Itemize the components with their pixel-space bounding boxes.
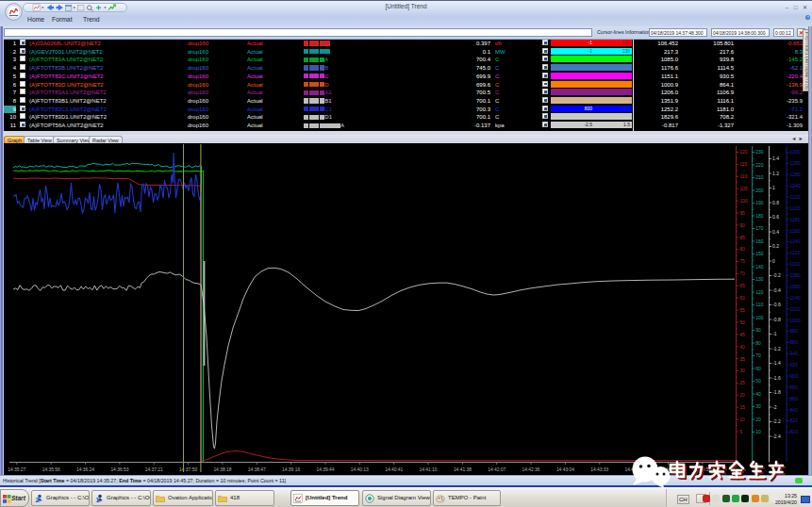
svg-text:800: 800 bbox=[790, 429, 799, 434]
svg-text:35: 35 bbox=[739, 356, 745, 362]
svg-text:10: 10 bbox=[739, 417, 745, 422]
svg-text:14:36:24: 14:36:24 bbox=[76, 467, 94, 472]
svg-text:45: 45 bbox=[739, 332, 745, 337]
svg-text:30: 30 bbox=[739, 368, 745, 373]
svg-text:1020: 1020 bbox=[790, 306, 801, 312]
svg-text:14:43:33: 14:43:33 bbox=[590, 467, 608, 472]
svg-text:14:41:38: 14:41:38 bbox=[454, 467, 472, 472]
svg-text:1240: 1240 bbox=[790, 183, 801, 188]
svg-text:1060: 1060 bbox=[790, 284, 801, 289]
svg-text:900: 900 bbox=[790, 373, 799, 379]
svg-text:0: 0 bbox=[772, 258, 775, 264]
svg-text:150: 150 bbox=[755, 251, 764, 256]
svg-text:110: 110 bbox=[739, 173, 747, 179]
svg-text:120: 120 bbox=[739, 149, 748, 155]
svg-text:14:42:07: 14:42:07 bbox=[488, 467, 505, 472]
svg-text:1160: 1160 bbox=[790, 228, 801, 234]
svg-text:940: 940 bbox=[790, 351, 799, 356]
svg-text:100: 100 bbox=[739, 198, 748, 204]
svg-text:880: 880 bbox=[790, 384, 799, 390]
svg-text:-1.8: -1.8 bbox=[772, 389, 781, 395]
svg-text:-0.4: -0.4 bbox=[772, 287, 781, 293]
svg-text:1: 1 bbox=[772, 185, 775, 190]
svg-text:1300: 1300 bbox=[790, 149, 801, 155]
svg-text:65: 65 bbox=[739, 283, 745, 288]
svg-text:160: 160 bbox=[755, 238, 764, 244]
svg-text:230: 230 bbox=[755, 149, 764, 155]
svg-text:180: 180 bbox=[755, 213, 764, 219]
svg-text:14:37:21: 14:37:21 bbox=[145, 467, 163, 472]
svg-text:14:40:13: 14:40:13 bbox=[351, 467, 369, 472]
svg-text:90: 90 bbox=[755, 327, 761, 333]
svg-text:200: 200 bbox=[755, 188, 764, 193]
svg-text:20: 20 bbox=[755, 417, 761, 422]
svg-text:80: 80 bbox=[755, 340, 761, 346]
svg-text:1.2: 1.2 bbox=[772, 171, 779, 176]
svg-text:1280: 1280 bbox=[790, 160, 801, 166]
svg-text:50: 50 bbox=[739, 319, 745, 325]
svg-text:50: 50 bbox=[755, 378, 761, 384]
svg-text:55: 55 bbox=[739, 307, 745, 313]
svg-text:820: 820 bbox=[790, 417, 799, 423]
svg-text:5: 5 bbox=[739, 429, 742, 434]
svg-text:-1: -1 bbox=[772, 331, 777, 336]
svg-text:980: 980 bbox=[790, 328, 799, 334]
svg-text:20: 20 bbox=[739, 392, 745, 398]
svg-text:14:36:53: 14:36:53 bbox=[110, 467, 128, 472]
svg-text:105: 105 bbox=[739, 186, 748, 191]
svg-text:14:39:16: 14:39:16 bbox=[282, 467, 300, 472]
svg-text:1200: 1200 bbox=[790, 205, 801, 211]
svg-text:190: 190 bbox=[755, 200, 764, 205]
svg-text:14:37:50: 14:37:50 bbox=[179, 467, 197, 472]
svg-text:14:39:44: 14:39:44 bbox=[316, 467, 334, 472]
svg-text:960: 960 bbox=[790, 339, 799, 345]
svg-text:1120: 1120 bbox=[790, 250, 801, 255]
svg-text:1180: 1180 bbox=[790, 217, 801, 222]
svg-text:130: 130 bbox=[755, 276, 764, 282]
svg-text:75: 75 bbox=[739, 258, 745, 264]
svg-text:14:41:10: 14:41:10 bbox=[419, 467, 437, 472]
svg-text:110: 110 bbox=[755, 302, 763, 307]
svg-text:-1.2: -1.2 bbox=[772, 346, 781, 352]
svg-text:-0.8: -0.8 bbox=[772, 317, 781, 322]
svg-text:60: 60 bbox=[755, 366, 761, 371]
svg-text:1100: 1100 bbox=[790, 261, 801, 267]
svg-text:0.6: 0.6 bbox=[772, 214, 779, 220]
svg-text:80: 80 bbox=[739, 246, 745, 252]
svg-text:1: 1 bbox=[96, 497, 100, 503]
svg-text:10: 10 bbox=[755, 429, 761, 434]
svg-text:0.2: 0.2 bbox=[772, 243, 779, 249]
svg-text:14:38:47: 14:38:47 bbox=[248, 467, 266, 472]
svg-text:2: 2 bbox=[36, 497, 40, 503]
svg-text:85: 85 bbox=[739, 235, 745, 240]
svg-text:70: 70 bbox=[755, 352, 761, 358]
svg-text:840: 840 bbox=[790, 407, 799, 413]
svg-text:-1.6: -1.6 bbox=[772, 375, 781, 381]
svg-text:920: 920 bbox=[790, 362, 799, 368]
svg-text:14:38:18: 14:38:18 bbox=[213, 467, 231, 472]
svg-text:-2: -2 bbox=[772, 404, 777, 410]
svg-text:0.8: 0.8 bbox=[772, 200, 779, 205]
svg-text:-2.2: -2.2 bbox=[772, 418, 781, 424]
svg-text:1040: 1040 bbox=[790, 295, 801, 301]
svg-text:90: 90 bbox=[739, 222, 745, 228]
svg-text:1080: 1080 bbox=[790, 272, 801, 278]
svg-text:860: 860 bbox=[790, 396, 799, 401]
svg-text:25: 25 bbox=[739, 380, 745, 385]
svg-text:120: 120 bbox=[755, 289, 764, 295]
svg-text:1140: 1140 bbox=[790, 238, 801, 244]
svg-text:-1.4: -1.4 bbox=[772, 360, 781, 366]
svg-text:-2.4: -2.4 bbox=[772, 433, 781, 439]
svg-text:170: 170 bbox=[755, 225, 764, 231]
svg-text:1260: 1260 bbox=[790, 172, 801, 177]
svg-text:95: 95 bbox=[739, 210, 745, 216]
svg-text:-0.2: -0.2 bbox=[772, 272, 781, 278]
svg-text:14:35:56: 14:35:56 bbox=[42, 467, 60, 472]
svg-text:210: 210 bbox=[755, 174, 764, 180]
svg-text:40: 40 bbox=[755, 391, 761, 397]
svg-text:40: 40 bbox=[739, 344, 745, 350]
svg-text:1.4: 1.4 bbox=[772, 155, 779, 161]
svg-text:14:42:36: 14:42:36 bbox=[522, 467, 539, 472]
svg-text:60: 60 bbox=[739, 295, 745, 301]
svg-text:30: 30 bbox=[755, 403, 761, 409]
